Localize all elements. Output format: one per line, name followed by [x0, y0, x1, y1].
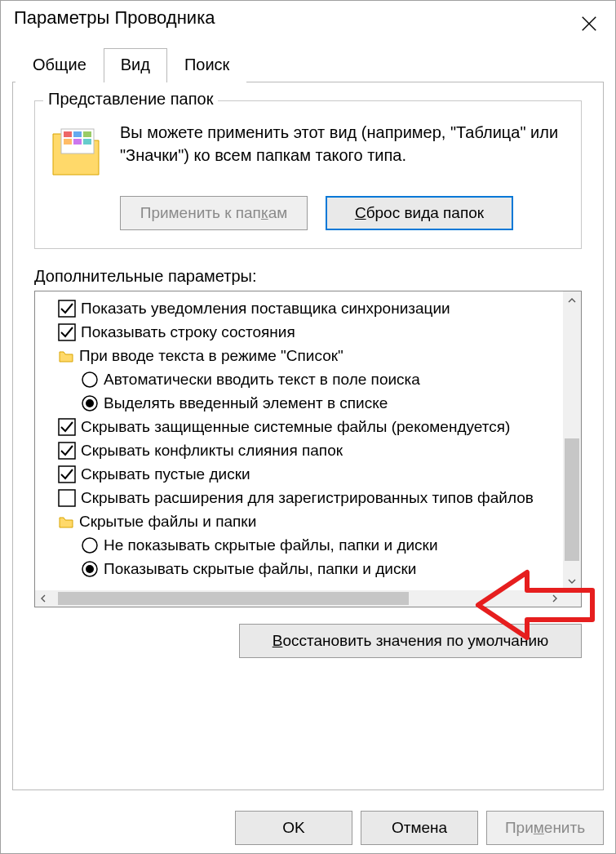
list-item[interactable]: Автоматически вводить текст в поле поиск… [58, 367, 582, 391]
radio-unchecked-icon [81, 371, 99, 389]
tab-search[interactable]: Поиск [167, 48, 246, 82]
cancel-button[interactable]: Отмена [361, 811, 478, 845]
item-label: Показывать строку состояния [81, 323, 295, 341]
apply-button: Применить [486, 811, 604, 845]
tab-panel-view: Представление папок Вы можете применить … [12, 82, 604, 790]
list-item[interactable]: Показывать скрытые файлы, папки и диски [58, 557, 582, 580]
restore-defaults-button[interactable]: Восстановить значения по умолчанию [239, 624, 582, 658]
svg-point-20 [86, 565, 94, 573]
item-label: Скрытые файлы и папки [79, 513, 256, 531]
list-content: Показать уведомления поставщика синхрони… [35, 291, 582, 585]
chevron-up-icon [568, 296, 576, 305]
item-label: Выделять введенный элемент в списке [104, 394, 388, 412]
checkbox-checked-icon [58, 323, 76, 341]
scroll-down-button[interactable] [563, 572, 581, 590]
svg-rect-6 [64, 139, 72, 145]
checkbox-unchecked-icon [58, 489, 76, 507]
item-label: Автоматически вводить текст в поле поиск… [104, 371, 420, 389]
list-item[interactable]: Не показывать скрытые файлы, папки и дис… [58, 533, 582, 557]
checkbox-checked-icon [58, 418, 76, 436]
svg-point-18 [82, 538, 97, 553]
svg-rect-4 [73, 131, 82, 137]
item-label: Скрывать конфликты слияния папок [81, 442, 343, 460]
list-item[interactable]: Скрывать конфликты слияния папок [58, 438, 582, 462]
svg-rect-17 [59, 490, 75, 506]
folder-views-desc: Вы можете применить этот вид (например, … [120, 121, 566, 180]
titlebar: Параметры Проводника [1, 1, 615, 42]
list-item[interactable]: Скрывать расширения для зарегистрированн… [58, 486, 582, 509]
item-label: Не показывать скрытые файлы, папки и дис… [104, 536, 438, 554]
dialog-footer: OK Отмена Применить [235, 811, 604, 845]
list-item[interactable]: Показать уведомления поставщика синхрони… [58, 296, 582, 320]
list-item[interactable]: Показывать строку состояния [58, 320, 582, 344]
list-item-group: Скрытые файлы и папки [58, 509, 582, 533]
item-label: Скрывать пустые диски [81, 465, 250, 483]
list-item[interactable]: Выделять введенный элемент в списке [58, 391, 582, 415]
restore-defaults-label: Восстановить значения по умолчанию [273, 632, 549, 650]
list-item[interactable]: Скрывать пустые диски [58, 462, 582, 486]
chevron-left-icon [39, 594, 47, 603]
tab-general[interactable]: Общие [16, 48, 104, 82]
close-icon [580, 15, 598, 33]
svg-point-11 [82, 372, 97, 387]
checkbox-checked-icon [58, 465, 76, 483]
folder-small-icon [58, 514, 74, 530]
radio-checked-icon [81, 560, 99, 578]
scroll-left-button[interactable] [35, 590, 51, 607]
folder-views-legend: Представление папок [43, 90, 218, 109]
scroll-thumb[interactable] [565, 438, 579, 561]
item-label: Скрывать защищенные системные файлы (рек… [81, 418, 510, 436]
radio-unchecked-icon [81, 536, 99, 554]
advanced-settings-label: Дополнительные параметры: [34, 267, 582, 286]
chevron-right-icon [551, 594, 559, 603]
svg-rect-8 [83, 139, 91, 145]
reset-folders-label: Сброс вида папок [355, 204, 484, 222]
svg-rect-7 [73, 139, 82, 145]
advanced-settings-list[interactable]: Показать уведомления поставщика синхрони… [34, 291, 582, 607]
checkbox-checked-icon [58, 300, 76, 318]
apply-to-folders-label: Применить к папкам [140, 204, 288, 222]
item-label: Скрывать расширения для зарегистрированн… [81, 489, 534, 507]
list-item[interactable]: Скрывать защищенные системные файлы (рек… [58, 415, 582, 438]
checkbox-checked-icon [58, 442, 76, 460]
apply-to-folders-button: Применить к папкам [120, 196, 308, 230]
reset-folders-button[interactable]: Сброс вида папок [326, 196, 513, 230]
svg-rect-3 [64, 131, 72, 137]
apply-button-label: Применить [505, 819, 585, 837]
close-button[interactable] [573, 7, 605, 40]
tab-bar: Общие Вид Поиск [16, 48, 615, 82]
vertical-scrollbar[interactable] [563, 291, 581, 590]
svg-rect-5 [83, 131, 91, 137]
scroll-right-button[interactable] [547, 590, 563, 607]
item-label: Показывать скрытые файлы, папки и диски [104, 560, 416, 578]
scroll-thumb[interactable] [58, 592, 409, 605]
folder-views-group: Представление папок Вы можете применить … [34, 100, 582, 249]
folder-icon [50, 121, 105, 180]
tab-view[interactable]: Вид [104, 48, 167, 82]
ok-button[interactable]: OK [235, 811, 352, 845]
scroll-up-button[interactable] [563, 291, 581, 309]
chevron-down-icon [568, 577, 576, 585]
radio-checked-icon [81, 394, 99, 412]
folder-small-icon [58, 348, 74, 364]
folder-options-window: Параметры Проводника Общие Вид Поиск Пре… [0, 0, 616, 854]
list-item-group: При вводе текста в режиме "Список" [58, 344, 582, 367]
item-label: Показать уведомления поставщика синхрони… [81, 300, 450, 318]
svg-point-13 [86, 399, 94, 407]
item-label: При вводе текста в режиме "Список" [79, 347, 343, 365]
horizontal-scrollbar[interactable] [35, 590, 581, 607]
window-title: Параметры Проводника [14, 7, 215, 29]
